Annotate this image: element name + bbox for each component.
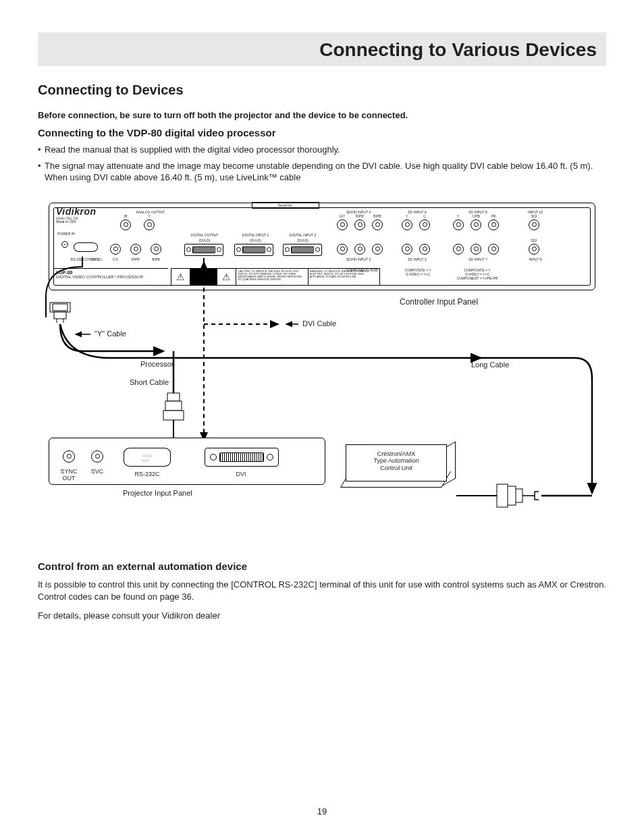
svg-rect-4 xyxy=(165,401,182,411)
model-box: VDP-80 DIGITAL VIDEO CONTROLLER / PROCES… xyxy=(53,268,168,286)
subsection-heading: Connecting to the VDP-80 digital video p… xyxy=(38,127,606,138)
jack-label: Y xyxy=(142,214,156,218)
automation-box: Crestron/AMX Type Automation Control Uni… xyxy=(346,444,447,481)
rca-jack xyxy=(91,450,103,463)
brand-logo: Vidikron xyxy=(56,206,97,217)
rca-jack xyxy=(372,219,383,230)
rca-jack xyxy=(120,219,131,230)
rca-jack xyxy=(471,244,481,255)
dvi-label: DVI xyxy=(227,471,254,477)
bullet-text: The signal may attenuate and the image m… xyxy=(45,160,606,184)
rs232-label: RS-232 CONTROL xyxy=(68,257,102,261)
dvi-port xyxy=(205,448,279,467)
rca-jack xyxy=(419,244,430,255)
rca-jack xyxy=(419,219,430,230)
proj-panel-label: Projector Input Panel xyxy=(123,489,192,497)
warn-tri: ⚠ xyxy=(217,269,236,285)
jack-label: Y xyxy=(400,214,414,218)
automation-line: Crestron/AMX xyxy=(377,450,416,457)
projector-panel: ∴∴∴∴∴ SYNC OUT SVC RS-232C DVI xyxy=(49,438,325,485)
rca-jack xyxy=(372,244,383,255)
jack-label: G/Y xyxy=(335,214,350,218)
digital-input1-label: DIGITAL INPUT 1 xyxy=(237,233,274,237)
dvicable-label: DVI Cable xyxy=(302,319,336,328)
rca-jack xyxy=(110,244,121,255)
page-number: 19 xyxy=(0,806,644,816)
bullet-text: Read the manual that is supplied with th… xyxy=(45,144,606,156)
subsection-heading: Control from an external automation devi… xyxy=(38,561,606,572)
controller-panel: Serial No. Vidikron Union City, CA Made … xyxy=(49,203,595,290)
jack-label: R/PR xyxy=(352,214,367,218)
rca-jack xyxy=(529,244,539,255)
sd7-label: SD INPUT 7 xyxy=(454,257,502,261)
jack-label: PR xyxy=(487,214,500,218)
model-name: VDP-80 xyxy=(56,270,73,275)
model-sub: DIGITAL VIDEO CONTROLLER / PROCESSOR xyxy=(56,275,143,279)
sd5-label: SD INPUT 5 xyxy=(400,257,434,261)
rca-jack xyxy=(453,219,464,230)
digital-output-label: DIGITAL OUTPUT xyxy=(188,233,221,237)
svc-label: SVC xyxy=(87,468,107,475)
dvid-label: (DVI-D) xyxy=(284,238,321,242)
rca-jack xyxy=(453,244,464,255)
bullet-list: • Read the manual that is supplied with … xyxy=(38,144,606,184)
svideo-label: S-VIDEO = Y+C xyxy=(398,272,438,276)
sdhd3-label: SD/HD INPUT 3 xyxy=(338,257,379,261)
brand-sub: Union City, CA Made in USA xyxy=(56,217,78,224)
shortcable-label: Short Cable xyxy=(130,378,169,386)
automation-text: Crestron/AMX Type Automation Control Uni… xyxy=(346,445,446,472)
rca-jack xyxy=(151,244,161,255)
rca-jack xyxy=(471,219,481,230)
jack-label: C xyxy=(418,214,431,218)
rs232-label: RS-232C xyxy=(129,471,165,477)
jack-label: B/PB xyxy=(148,257,164,261)
rs232-port xyxy=(74,242,98,252)
brand-made: Made in USA xyxy=(56,219,76,224)
svg-rect-7 xyxy=(506,486,516,505)
warning-text: Before connection, be sure to turn off b… xyxy=(38,110,606,120)
page-title: Connecting to Various Devices xyxy=(47,39,597,61)
power-label: POWER IN xyxy=(56,232,76,236)
connection-diagram: Serial No. Vidikron Union City, CA Made … xyxy=(42,203,602,520)
rca-jack xyxy=(144,219,155,230)
svg-rect-1 xyxy=(53,304,68,311)
jack-label: IR xyxy=(119,214,132,218)
dvi-port xyxy=(184,244,223,256)
section-heading: Connecting to Devices xyxy=(38,82,606,98)
caution-text: CAUTION: TO REDUCE THE RISK OF ELECTRIC … xyxy=(236,269,308,285)
warning-box: ⚠ ⚠ CAUTION: TO REDUCE THE RISK OF ELECT… xyxy=(171,268,380,286)
dvid-label: (DVI-D) xyxy=(188,238,221,242)
rca-jack xyxy=(402,244,412,255)
in9-label: INPUT 9 xyxy=(522,257,549,261)
controller-panel-label: Controller Input Panel xyxy=(400,297,478,307)
digital-input2-label: DIGITAL INPUT 2 xyxy=(284,233,321,237)
dvi-port xyxy=(283,244,322,256)
svg-rect-0 xyxy=(50,303,70,312)
sdi-label: SDI xyxy=(527,238,541,242)
title-bar: Connecting to Various Devices xyxy=(38,32,606,66)
rca-jack xyxy=(488,244,499,255)
rca-jack xyxy=(337,244,348,255)
rca-jack xyxy=(63,450,75,463)
rca-jack xyxy=(337,219,348,230)
jack-label: B/PB xyxy=(370,214,385,218)
warning-text: WARNING: TO REDUCE THE RISK OF FIRE OR E… xyxy=(308,269,380,285)
svg-rect-6 xyxy=(514,489,522,502)
svg-rect-8 xyxy=(497,484,508,507)
jack-label: C/PB xyxy=(468,214,484,218)
ycable-label: "Y" Cable xyxy=(95,330,126,338)
automation-line: Type Automation xyxy=(373,457,419,464)
automation-line: Control Unit xyxy=(380,465,412,471)
longcable-label: Long Cable xyxy=(471,361,509,369)
rca-jack xyxy=(529,219,539,230)
bullet-dot: • xyxy=(38,160,45,184)
warn-tri: ⚠ xyxy=(171,269,190,285)
compyp-label: COMPONENT = Y+PB+PR xyxy=(450,276,504,280)
jack-label: Y xyxy=(452,214,465,218)
sdi-label: SDI xyxy=(527,214,541,218)
bullet-dot: • xyxy=(38,144,45,156)
svg-rect-2 xyxy=(54,312,66,319)
dvid-label: (DVI-D) xyxy=(237,238,274,242)
bullet-item: • Read the manual that is supplied with … xyxy=(38,144,606,156)
jack-label: R/PR xyxy=(128,257,144,261)
